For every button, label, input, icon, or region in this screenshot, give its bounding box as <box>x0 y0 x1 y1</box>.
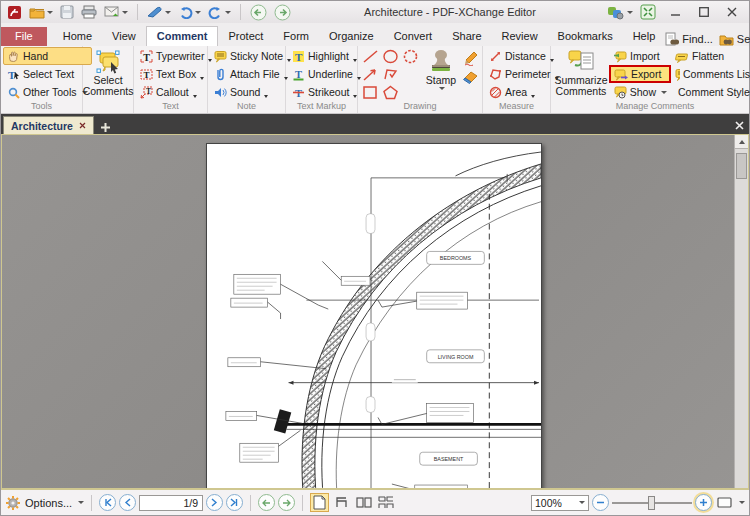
single-page-layout-button[interactable] <box>310 493 329 512</box>
group-label-drawing: Drawing <box>360 101 480 113</box>
maximize-button[interactable] <box>691 3 717 21</box>
ribbon: Hand T Select Text Other Tools Tools <box>1 46 749 114</box>
import-comments-button[interactable]: Import <box>609 47 671 65</box>
close-tab-icon[interactable] <box>79 122 86 129</box>
architecture-drawing: BEDROOMS LIVING ROOM BASEMENT <box>207 144 541 489</box>
vertical-scrollbar[interactable] <box>734 135 748 488</box>
ribbon-group-select-comments: Select Comments <box>83 46 134 113</box>
zoom-slider-thumb[interactable] <box>648 496 655 510</box>
next-page-button[interactable] <box>206 494 223 511</box>
two-pages-continuous-layout-button[interactable] <box>376 493 395 512</box>
area-icon <box>489 86 502 99</box>
fullscreen-button[interactable] <box>635 3 661 21</box>
comment-styles-button[interactable]: Comment Styles <box>671 83 750 101</box>
tab-comment[interactable]: Comment <box>146 26 219 46</box>
redo-button[interactable] <box>206 4 233 20</box>
last-page-button[interactable] <box>226 494 243 511</box>
zoom-out-button[interactable] <box>592 494 609 511</box>
app-window: Architecture - PDF-XChange Editor File H… <box>0 0 750 516</box>
callout-button[interactable]: T Callout <box>136 83 216 101</box>
text-box-button[interactable]: T Text Box <box>136 65 216 83</box>
pdf-page[interactable]: BEDROOMS LIVING ROOM BASEMENT <box>206 143 542 489</box>
other-tools-button[interactable]: Other Tools <box>3 83 92 101</box>
scrollbar-thumb[interactable] <box>736 153 747 179</box>
history-forward-button[interactable] <box>272 3 293 22</box>
select-text-button[interactable]: T Select Text <box>3 65 92 83</box>
import-icon <box>613 50 627 63</box>
select-comments-button[interactable]: Select Comments <box>85 47 131 101</box>
document-view[interactable]: BEDROOMS LIVING ROOM BASEMENT <box>1 134 749 489</box>
polygon-line-tool-icon[interactable] <box>382 67 399 82</box>
tab-convert[interactable]: Convert <box>384 27 443 46</box>
stamp-button[interactable]: Stamp <box>420 47 462 101</box>
scroll-up-button[interactable] <box>735 135 748 149</box>
ui-options-button[interactable] <box>607 3 633 21</box>
strikeout-button[interactable]: T Strikeout <box>288 83 365 101</box>
summarize-comments-button[interactable]: Summarize Comments <box>553 47 609 101</box>
rectangle-tool-icon[interactable] <box>362 85 379 100</box>
print-button[interactable] <box>79 4 99 20</box>
room-label-bedrooms: BEDROOMS <box>427 251 485 264</box>
tab-review[interactable]: Review <box>492 27 548 46</box>
perimeter-icon <box>489 68 502 81</box>
page-number-field[interactable]: 1/9 <box>139 495 203 511</box>
previous-page-button[interactable] <box>119 494 136 511</box>
tab-bookmarks[interactable]: Bookmarks <box>548 27 623 46</box>
fit-options-dropdown-icon[interactable] <box>739 501 745 504</box>
document-tab-architecture[interactable]: Architecture <box>3 116 94 134</box>
launch-application-button[interactable] <box>145 5 173 19</box>
sound-button[interactable]: Sound <box>210 83 295 101</box>
minimize-button[interactable] <box>663 3 689 21</box>
tab-home[interactable]: Home <box>53 27 102 46</box>
view-forward-button[interactable] <box>278 494 295 511</box>
zoom-slider[interactable] <box>612 502 692 504</box>
arrow-tool-icon[interactable] <box>362 67 379 82</box>
flatten-comments-button[interactable]: Flatten <box>671 47 750 65</box>
continuous-layout-button[interactable] <box>332 493 351 512</box>
show-comments-button[interactable]: Show <box>609 83 671 101</box>
tab-form[interactable]: Form <box>273 27 319 46</box>
attach-file-button[interactable]: Attach File <box>210 65 295 83</box>
tab-organize[interactable]: Organize <box>319 27 384 46</box>
comments-list-button[interactable]: Comments List <box>671 65 750 83</box>
zoom-in-button[interactable] <box>695 494 712 511</box>
export-comments-button[interactable]: Export <box>609 65 671 83</box>
zoom-level-select[interactable]: 100% <box>531 495 589 511</box>
close-pane-button[interactable] <box>729 116 749 134</box>
ribbon-group-note: Sticky Note Attach File Sound Note <box>208 46 286 113</box>
find-button[interactable]: Find... <box>665 32 713 46</box>
underline-button[interactable]: T Underline <box>288 65 365 83</box>
show-icon <box>613 86 627 99</box>
group-label-text-markup: Text Markup <box>288 101 355 113</box>
line-tool-icon[interactable] <box>362 49 379 64</box>
sticky-note-button[interactable]: Sticky Note <box>210 47 295 65</box>
fit-page-button[interactable] <box>715 493 734 512</box>
typewriter-button[interactable]: T Typewriter <box>136 47 216 65</box>
view-back-button[interactable] <box>258 494 275 511</box>
tab-share[interactable]: Share <box>442 27 491 46</box>
ellipse-tool-icon[interactable] <box>382 49 399 64</box>
first-page-button[interactable] <box>99 494 116 511</box>
undo-button[interactable] <box>176 4 203 20</box>
close-button[interactable] <box>719 3 745 21</box>
svg-text:BASEMENT: BASEMENT <box>434 456 464 462</box>
options-button[interactable]: Options... <box>5 495 84 511</box>
save-button[interactable] <box>58 4 76 20</box>
tab-protect[interactable]: Protect <box>218 27 273 46</box>
tab-help[interactable]: Help <box>623 27 666 46</box>
comments-list-icon <box>675 68 680 81</box>
search-button[interactable]: Search... <box>719 33 750 46</box>
pencil-tool-icon[interactable] <box>462 50 480 66</box>
highlight-button[interactable]: T Highlight <box>288 47 365 65</box>
new-tab-button[interactable] <box>98 120 114 134</box>
cloud-tool-icon[interactable] <box>402 49 419 64</box>
tab-file[interactable]: File <box>1 27 47 46</box>
tab-view[interactable]: View <box>102 27 146 46</box>
two-pages-layout-button[interactable] <box>354 493 373 512</box>
open-button[interactable] <box>27 4 55 20</box>
hand-tool-button[interactable]: Hand <box>3 47 92 65</box>
history-back-button[interactable] <box>248 3 269 22</box>
eraser-tool-icon[interactable] <box>462 70 480 84</box>
pentagon-tool-icon[interactable] <box>382 85 399 100</box>
email-button[interactable] <box>102 5 130 20</box>
